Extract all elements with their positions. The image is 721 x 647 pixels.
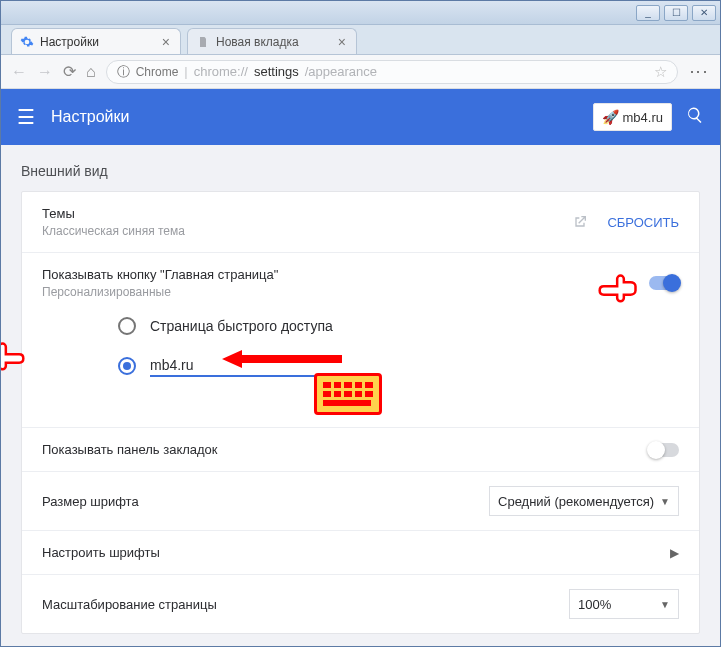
url-path: settings — [254, 64, 299, 79]
url-suffix: /appearance — [305, 64, 377, 79]
forward-icon[interactable]: → — [37, 63, 53, 81]
gear-icon — [20, 35, 34, 49]
address-bar[interactable]: ⓘ Chrome | chrome://settings/appearance … — [106, 60, 678, 84]
tab-title: Настройки — [40, 35, 154, 49]
radio-label: Страница быстрого доступа — [150, 318, 333, 334]
browser-toolbar: ← → ⟳ ⌂ ⓘ Chrome | chrome://settings/app… — [1, 55, 720, 89]
radio-custom-url[interactable] — [42, 345, 679, 417]
window-minimize-button[interactable]: _ — [636, 5, 660, 21]
tab-title: Новая вкладка — [216, 35, 330, 49]
bookmarks-bar-row: Показывать панель закладок — [22, 427, 699, 471]
bookmarks-toggle[interactable] — [649, 443, 679, 457]
homebutton-toggle[interactable] — [649, 276, 679, 290]
bookmark-star-icon[interactable]: ☆ — [654, 63, 667, 81]
window-close-button[interactable]: ✕ — [692, 5, 716, 21]
themes-reset-button[interactable]: СБРОСИТЬ — [607, 215, 679, 230]
home-icon[interactable]: ⌂ — [86, 63, 96, 81]
select-value: 100% — [578, 597, 611, 612]
chevron-right-icon: ▶ — [670, 546, 679, 560]
font-size-row: Размер шрифта Средний (рекомендуется) ▼ — [22, 471, 699, 530]
tab-close-icon[interactable]: × — [336, 34, 348, 50]
tab-new[interactable]: Новая вкладка × — [187, 28, 357, 54]
url-prefix: chrome:// — [194, 64, 248, 79]
site-badge: 🚀 mb4.ru — [593, 103, 672, 131]
tab-settings[interactable]: Настройки × — [11, 28, 181, 54]
customfonts-title: Настроить шрифты — [42, 545, 670, 560]
homebutton-subtitle: Персонализированные — [42, 285, 649, 299]
menu-icon[interactable]: ☰ — [17, 105, 35, 129]
kebab-menu-icon[interactable]: ⋮ — [688, 63, 710, 80]
window-maximize-button[interactable]: ☐ — [664, 5, 688, 21]
font-size-select[interactable]: Средний (рекомендуется) ▼ — [489, 486, 679, 516]
settings-header: ☰ Настройки 🚀 mb4.ru — [1, 89, 720, 145]
themes-row[interactable]: Темы Классическая синяя тема СБРОСИТЬ — [22, 192, 699, 252]
rocket-icon: 🚀 — [602, 109, 619, 125]
bookmarks-title: Показывать панель закладок — [42, 442, 649, 457]
homebutton-title: Показывать кнопку "Главная страница" — [42, 267, 649, 282]
open-external-icon[interactable] — [571, 213, 589, 231]
window-titlebar: _ ☐ ✕ — [1, 1, 720, 25]
origin-label: Chrome — [136, 65, 179, 79]
themes-subtitle: Классическая синяя тема — [42, 224, 571, 238]
tab-close-icon[interactable]: × — [160, 34, 172, 50]
section-title: Внешний вид — [1, 145, 720, 191]
page-icon — [196, 35, 210, 49]
radio-quick-access[interactable]: Страница быстрого доступа — [42, 307, 679, 345]
themes-title: Темы — [42, 206, 571, 221]
home-button-row: Показывать кнопку "Главная страница" Пер… — [22, 252, 699, 427]
settings-content: Внешний вид Темы Классическая синяя тема… — [1, 145, 720, 647]
annotation-keyboard-icon — [314, 373, 382, 415]
zoom-title: Масштабирование страницы — [42, 597, 569, 612]
appearance-card: Темы Классическая синяя тема СБРОСИТЬ По… — [21, 191, 700, 634]
caret-down-icon: ▼ — [660, 599, 670, 610]
page-title: Настройки — [51, 108, 129, 126]
badge-text: mb4.ru — [623, 110, 663, 125]
browser-tabstrip: Настройки × Новая вкладка × — [1, 25, 720, 55]
back-icon[interactable]: ← — [11, 63, 27, 81]
search-icon[interactable] — [686, 106, 704, 129]
customize-fonts-row[interactable]: Настроить шрифты ▶ — [22, 530, 699, 574]
annotation-hand-icon — [1, 341, 26, 371]
caret-down-icon: ▼ — [660, 496, 670, 507]
page-zoom-row: Масштабирование страницы 100% ▼ — [22, 574, 699, 633]
reload-icon[interactable]: ⟳ — [63, 62, 76, 81]
info-icon: ⓘ — [117, 63, 130, 81]
homepage-url-input[interactable] — [150, 355, 370, 377]
radio-icon[interactable] — [118, 317, 136, 335]
fontsize-title: Размер шрифта — [42, 494, 489, 509]
page-zoom-select[interactable]: 100% ▼ — [569, 589, 679, 619]
radio-icon[interactable] — [118, 357, 136, 375]
select-value: Средний (рекомендуется) — [498, 494, 654, 509]
